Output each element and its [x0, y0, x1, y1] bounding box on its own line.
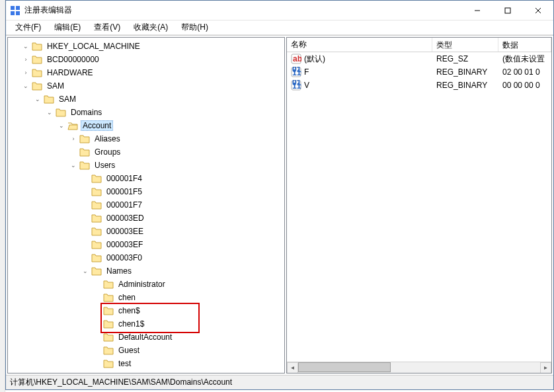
folder-icon	[91, 200, 102, 210]
folder-icon	[91, 253, 102, 262]
folder-icon	[79, 147, 90, 157]
tree-item[interactable]: 000001F4	[81, 172, 284, 185]
tree-item-bcd[interactable]: ›BCD00000000	[22, 53, 284, 66]
scroll-thumb[interactable]	[298, 362, 391, 372]
folder-icon	[91, 266, 102, 276]
tree-label: SAM	[45, 81, 66, 91]
scroll-track[interactable]	[298, 362, 540, 373]
folder-icon	[91, 187, 102, 196]
tree-label: Names	[104, 266, 134, 276]
expander-icon[interactable]: ›	[22, 56, 30, 63]
tree-item[interactable]: 000003EE	[81, 225, 284, 238]
titlebar[interactable]: 注册表编辑器	[6, 1, 553, 20]
list-header: 名称 类型 数据	[287, 38, 551, 52]
menubar: 文件(F) 编辑(E) 查看(V) 收藏夹(A) 帮助(H)	[6, 20, 553, 35]
col-header-type[interactable]: 类型	[432, 38, 498, 52]
folder-icon	[79, 161, 90, 170]
menu-file[interactable]: 文件(F)	[10, 20, 46, 34]
status-path: 计算机\HKEY_LOCAL_MACHINE\SAM\SAM\Domains\A…	[10, 377, 232, 388]
tree-item-aliases[interactable]: ›Aliases	[69, 132, 284, 145]
expander-icon[interactable]: ⌄	[46, 108, 54, 116]
tree-label: 000003EE	[104, 226, 145, 237]
tree-item[interactable]: 000001F7	[81, 198, 284, 212]
scroll-right-icon[interactable]: ►	[540, 362, 551, 373]
folder-icon	[32, 42, 42, 51]
value-name: F	[304, 67, 309, 77]
menu-view[interactable]: 查看(V)	[89, 20, 126, 34]
close-button[interactable]	[523, 1, 553, 20]
value-data: (数值未设置	[498, 53, 551, 65]
tree-item[interactable]: 000001F5	[81, 185, 284, 198]
tree-label: Users	[93, 160, 117, 171]
value-data: 00 00 00 0	[498, 80, 551, 91]
folder-icon	[91, 227, 102, 236]
value-type: REG_BINARY	[432, 67, 498, 77]
tree-item-sam[interactable]: ⌄SAM	[22, 79, 284, 93]
expander-icon[interactable]: ⌄	[22, 82, 30, 90]
tree-item[interactable]: Administrator	[93, 278, 284, 291]
folder-icon	[56, 108, 66, 117]
svg-text:110: 110	[292, 81, 301, 91]
menu-favorites[interactable]: 收藏夹(A)	[128, 20, 173, 34]
expander-icon[interactable]: ⌄	[34, 95, 42, 103]
menu-help[interactable]: 帮助(H)	[176, 20, 214, 34]
folder-icon	[103, 346, 114, 355]
value-string-icon: ab	[291, 54, 301, 64]
list-row[interactable]: ab(默认)REG_SZ(数值未设置	[287, 52, 551, 65]
tree-item-chen-dollar[interactable]: chen$	[93, 304, 284, 317]
maximize-button[interactable]	[493, 1, 523, 20]
tree-label: DefaultAccount	[116, 332, 174, 342]
folder-icon	[103, 280, 114, 289]
horizontal-scrollbar[interactable]: ◄ ►	[287, 362, 551, 373]
tree-item[interactable]: 000003EF	[81, 238, 284, 251]
menu-edit[interactable]: 编辑(E)	[49, 20, 86, 34]
minimize-button[interactable]	[462, 1, 493, 20]
tree-item-account[interactable]: ⌄Account	[58, 119, 284, 132]
tree-label: HKEY_LOCAL_MACHINE	[45, 41, 142, 52]
tree-item-names[interactable]: ⌄Names	[81, 264, 284, 278]
tree-item[interactable]: chen	[93, 291, 284, 304]
expander-icon[interactable]: ›	[69, 135, 77, 143]
tree-label: 000003EF	[104, 239, 145, 250]
tree-item-groups[interactable]: Groups	[69, 145, 284, 159]
tree-pane[interactable]: ⌄ HKEY_LOCAL_MACHINE ›BCD00000000 ›HARDW…	[7, 37, 285, 373]
tree-item[interactable]: Guest	[93, 344, 284, 357]
scroll-left-icon[interactable]: ◄	[287, 362, 298, 373]
svg-rect-1	[16, 6, 20, 10]
col-header-name[interactable]: 名称	[287, 38, 432, 52]
tree-label: Account	[81, 120, 113, 131]
expander-icon[interactable]: ⌄	[69, 161, 77, 169]
tree-label: chen1$	[116, 319, 146, 329]
col-header-data[interactable]: 数据	[498, 38, 551, 52]
tree-label: Guest	[116, 345, 141, 356]
expander-icon[interactable]: ⌄	[22, 42, 30, 50]
tree-label: chen	[116, 292, 138, 303]
value-name: (默认)	[304, 54, 325, 65]
value-type: REG_SZ	[432, 54, 498, 64]
tree-item-hklm[interactable]: ⌄ HKEY_LOCAL_MACHINE	[10, 40, 284, 53]
tree-item-hardware[interactable]: ›HARDWARE	[22, 66, 284, 79]
tree-label: chen$	[116, 305, 142, 316]
expander-icon[interactable]: ⌄	[58, 122, 65, 130]
tree-item[interactable]: 000003F0	[81, 251, 284, 264]
folder-icon	[103, 306, 114, 315]
tree-item-chen1-dollar[interactable]: chen1$	[93, 317, 284, 331]
tree-item[interactable]: DefaultAccount	[93, 331, 284, 344]
value-type: REG_BINARY	[432, 80, 498, 91]
expander-icon[interactable]: ›	[22, 69, 30, 77]
svg-rect-0	[11, 6, 15, 10]
list-pane[interactable]: 名称 类型 数据 ab(默认)REG_SZ(数值未设置011110FREG_BI…	[286, 37, 552, 373]
tree-item-sam2[interactable]: ⌄SAM	[34, 93, 284, 106]
tree-item[interactable]: test	[93, 357, 284, 370]
tree-item-users[interactable]: ⌄Users	[69, 159, 284, 172]
list-body: ab(默认)REG_SZ(数值未设置011110FREG_BINARY02 00…	[287, 52, 551, 362]
list-row[interactable]: 011110FREG_BINARY02 00 01 0	[287, 65, 551, 79]
expander-icon[interactable]: ⌄	[81, 267, 89, 275]
folder-icon	[32, 81, 42, 91]
list-row[interactable]: 011110VREG_BINARY00 00 00 0	[287, 79, 551, 92]
folder-icon	[44, 95, 54, 104]
tree-item[interactable]: 000003ED	[81, 212, 284, 225]
tree-label: Groups	[93, 147, 122, 157]
folder-icon	[91, 174, 102, 183]
tree-item-domains[interactable]: ⌄Domains	[46, 106, 284, 119]
